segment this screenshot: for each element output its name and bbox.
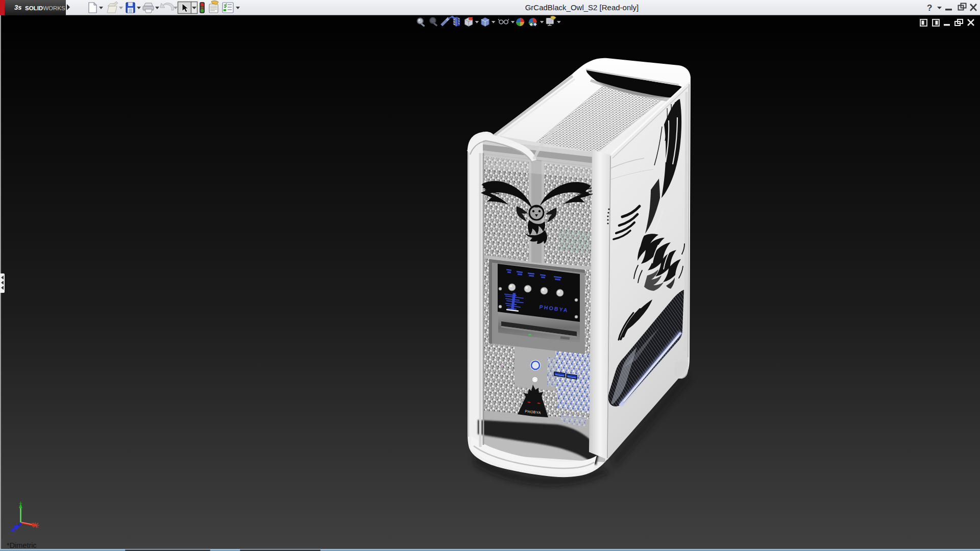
svg-text:?: ?: [927, 3, 932, 13]
